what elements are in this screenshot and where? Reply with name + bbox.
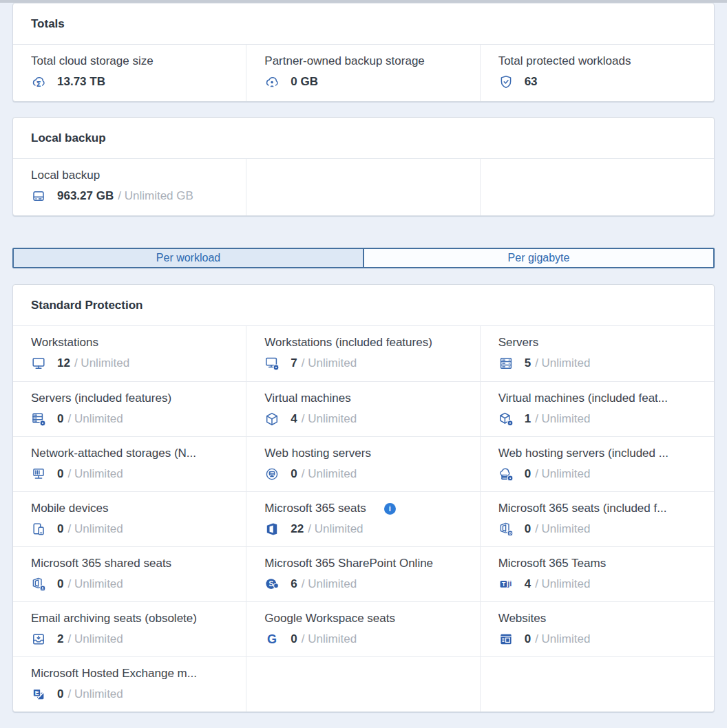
microsoft-365-included-icon [498, 522, 514, 537]
totals-section: Totals Total cloud storage size Σ 13.73 … [12, 3, 715, 102]
usage-quota: / Unlimited [302, 412, 357, 426]
cell-email-archiving-seats: Email archiving seats (obsolete) 2 / Unl… [13, 601, 246, 656]
usage-quota: / Unlimited [67, 467, 123, 481]
svg-text:S: S [269, 580, 274, 588]
cell-microsoft-365-seats-included: Microsoft 365 seats (included f... 0 / U… [481, 491, 714, 546]
usage-label: Network-attached storages (N... [31, 447, 232, 460]
web-hosting-included-icon [498, 467, 514, 482]
usage-label: Web hosting servers (included ... [498, 447, 700, 460]
cell-web-hosting-servers: Web hosting servers 0 [246, 436, 480, 491]
usage-label: Microsoft 365 seats (included f... [498, 502, 700, 515]
usage-value: 4 [291, 412, 297, 426]
usage-label: Email archiving seats (obsolete) [31, 612, 232, 625]
shield-check-icon [498, 74, 514, 89]
usage-value: 0 [57, 687, 63, 701]
svg-text:E: E [35, 689, 39, 696]
cell-google-workspace-seats: Google Workspace seats G 0 / Unlimited [246, 601, 480, 656]
standard-protection-section: Standard Protection Workstations 12 / Un… [12, 284, 715, 712]
cell-mobile-devices: Mobile devices 0 / Unlimited [13, 491, 246, 546]
exchange-icon: E [31, 687, 46, 702]
empty-cell [246, 159, 480, 215]
usage-value: 4 [525, 577, 531, 591]
server-included-icon [31, 411, 46, 427]
svg-text:ji: ji [507, 579, 512, 588]
cell-microsoft-365-seats: Microsoft 365 seats i 22 / Unlimited [246, 491, 480, 546]
cell-servers: Servers [481, 326, 714, 381]
cell-local-backup: Local backup 963.27 GB / Unlimited GB [13, 159, 246, 215]
usage-value: 6 [291, 577, 297, 591]
usage-value: 0 [525, 632, 531, 646]
svg-text:T: T [502, 581, 506, 588]
usage-quota: / Unlimited [535, 522, 590, 536]
usage-value: 0 [57, 522, 63, 536]
local-backup-title: Local backup [13, 118, 714, 159]
empty-cell [246, 656, 480, 711]
cell-virtual-machines-included: Virtual machines (included feat... 1 / U… [481, 381, 714, 436]
usage-label: Microsoft 365 seats [264, 502, 366, 515]
microsoft-365-icon [264, 522, 280, 537]
cell-servers-included: Servers (included features) [13, 381, 246, 436]
usage-label: Mobile devices [31, 502, 232, 515]
workstation-icon [31, 356, 46, 371]
usage-quota: / Unlimited [67, 577, 123, 591]
usage-label: Microsoft 365 SharePoint Online [264, 557, 465, 570]
usage-quota: / Unlimited [74, 356, 129, 370]
workstation-included-icon [264, 356, 280, 371]
cell-virtual-machines: Virtual machines 4 / Unlimited [246, 381, 480, 436]
cell-partner-backup-storage: Partner-owned backup storage 0 GB [246, 45, 480, 101]
usage-quota: / Unlimited [535, 412, 590, 426]
usage-quota: / Unlimited [302, 467, 357, 481]
virtual-machine-included-icon [498, 411, 514, 427]
cell-network-attached-storages: Network-attached storages (N... 0 [13, 436, 246, 491]
usage-value: 0 [525, 522, 531, 536]
usage-value: 2 [57, 632, 63, 646]
server-icon [498, 356, 514, 371]
usage-label: Total protected workloads [498, 54, 700, 68]
usage-label: Google Workspace seats [264, 612, 465, 625]
usage-label: Local backup [31, 169, 232, 182]
cell-websites: Websites 0 / Unlimited [481, 601, 714, 656]
usage-label: Web hosting servers [264, 447, 465, 460]
cell-total-protected-workloads: Total protected workloads 63 [481, 45, 714, 101]
cell-microsoft-hosted-exchange: Microsoft Hosted Exchange m... E 0 / Unl… [13, 656, 246, 711]
usage-quota: / Unlimited [535, 467, 590, 481]
cell-workstations-included: Workstations (included features) 7 / Unl… [246, 326, 480, 381]
usage-quota: / Unlimited [302, 356, 357, 370]
empty-cell [481, 159, 714, 215]
cell-microsoft-365-teams: Microsoft 365 Teams T ji 4 / Unlimited [481, 546, 714, 601]
hard-drive-icon [31, 189, 46, 204]
usage-value: 0 [525, 467, 531, 481]
tab-per-workload[interactable]: Per workload [14, 249, 364, 267]
usage-label: Websites [498, 612, 700, 625]
totals-title: Totals [13, 3, 714, 45]
usage-label: Microsoft Hosted Exchange m... [31, 667, 232, 681]
local-backup-section: Local backup Local backup 963.27 GB / Un… [12, 117, 715, 216]
websites-icon [498, 632, 514, 647]
usage-label: Partner-owned backup storage [264, 54, 465, 68]
usage-value: 0 [57, 577, 63, 591]
usage-quota: / Unlimited [302, 577, 357, 591]
usage-label: Workstations [31, 336, 232, 350]
cell-workstations: Workstations 12 / Unlimited [13, 326, 246, 381]
tab-per-gigabyte[interactable]: Per gigabyte [364, 249, 713, 267]
web-hosting-icon [264, 467, 280, 482]
usage-quota: / Unlimited [67, 632, 123, 646]
usage-label: Microsoft 365 shared seats [31, 557, 232, 570]
usage-label: Virtual machines [264, 392, 465, 405]
usage-quota: / Unlimited [67, 687, 123, 701]
usage-value: 63 [525, 75, 538, 89]
empty-cell [481, 656, 714, 711]
usage-quota: / Unlimited [535, 356, 590, 370]
usage-value: 0 [291, 632, 297, 646]
usage-label: Servers (included features) [31, 392, 232, 405]
usage-value: 963.27 GB [57, 189, 114, 203]
usage-quota: / Unlimited [67, 522, 123, 536]
usage-quota: / Unlimited [308, 522, 363, 536]
billing-mode-tabs: Per workload Per gigabyte [12, 248, 715, 268]
info-icon[interactable]: i [384, 503, 396, 515]
svg-text:Σ: Σ [36, 80, 41, 88]
usage-label: Servers [498, 336, 700, 350]
cell-total-cloud-storage: Total cloud storage size Σ 13.73 TB [13, 45, 246, 101]
usage-label: Virtual machines (included feat... [498, 392, 700, 405]
cloud-sigma-icon: Σ [31, 74, 46, 89]
